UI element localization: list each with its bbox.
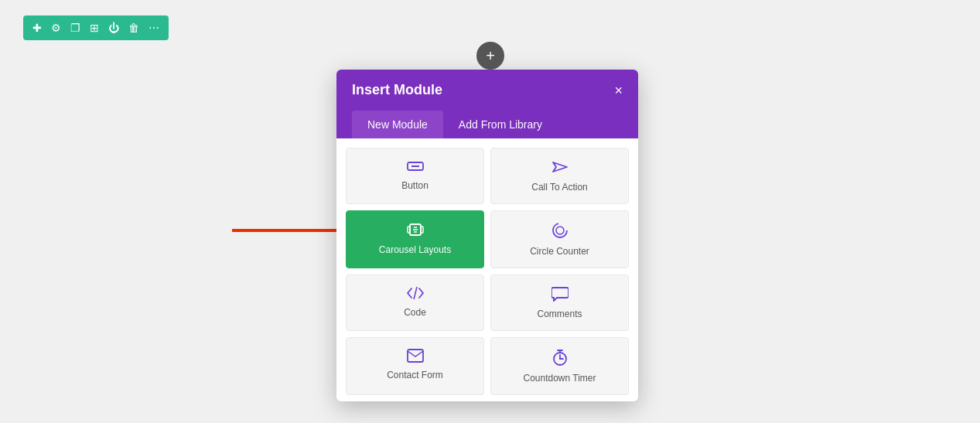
- tab-add-from-library[interactable]: Add From Library: [443, 111, 558, 138]
- carousel-layouts-label: Carousel Layouts: [379, 244, 451, 255]
- close-button[interactable]: ×: [614, 84, 623, 97]
- module-item-contact-form[interactable]: Contact Form: [346, 337, 484, 395]
- countdown-timer-label: Countdown Timer: [523, 373, 596, 384]
- toolbar: ✚ ⚙ ❐ ⊞ ⏻ 🗑 ⋯: [23, 15, 169, 40]
- svg-point-9: [553, 223, 567, 237]
- svg-rect-4: [408, 227, 410, 233]
- circle-counter-label: Circle Counter: [530, 246, 589, 257]
- call-to-action-icon: [551, 159, 569, 177]
- plus-circle-button[interactable]: +: [476, 42, 504, 70]
- countdown-timer-icon: [552, 349, 568, 368]
- button-icon: [407, 159, 424, 176]
- copy-icon[interactable]: ❐: [70, 22, 80, 34]
- code-icon: [406, 286, 425, 302]
- contact-form-label: Contact Form: [387, 370, 443, 380]
- svg-marker-2: [553, 162, 567, 172]
- code-label: Code: [404, 307, 426, 318]
- svg-rect-12: [408, 350, 423, 362]
- module-item-code[interactable]: Code: [346, 275, 484, 331]
- modal-tabs: New Module Add From Library: [336, 111, 638, 138]
- grid-icon[interactable]: ⊞: [90, 22, 99, 34]
- button-label: Button: [401, 180, 429, 191]
- insert-module-modal: Insert Module × New Module Add From Libr…: [336, 70, 638, 401]
- carousel-layouts-icon: [407, 222, 424, 240]
- circle-counter-icon: [551, 222, 569, 241]
- more-icon[interactable]: ⋯: [149, 22, 159, 34]
- arrow-line: [232, 229, 340, 232]
- add-icon[interactable]: ✚: [32, 22, 42, 34]
- module-item-call-to-action[interactable]: Call To Action: [490, 148, 629, 204]
- power-icon[interactable]: ⏻: [108, 22, 119, 34]
- tab-new-module[interactable]: New Module: [352, 111, 443, 138]
- contact-form-icon: [407, 349, 424, 365]
- svg-line-11: [414, 287, 417, 299]
- module-grid: Button Call To Action: [336, 138, 638, 401]
- module-item-countdown-timer[interactable]: Countdown Timer: [490, 337, 629, 395]
- trash-icon[interactable]: 🗑: [128, 22, 139, 34]
- comments-label: Comments: [537, 309, 582, 319]
- call-to-action-label: Call To Action: [531, 182, 588, 193]
- svg-point-10: [556, 227, 564, 234]
- module-item-button[interactable]: Button: [346, 148, 484, 204]
- modal-title: Insert Module: [352, 82, 442, 98]
- module-item-carousel-layouts[interactable]: Carousel Layouts: [346, 210, 484, 268]
- svg-rect-5: [421, 227, 423, 233]
- module-item-comments[interactable]: Comments: [490, 275, 629, 331]
- module-item-circle-counter[interactable]: Circle Counter: [490, 210, 629, 268]
- comments-icon: [551, 286, 569, 304]
- modal-header: Insert Module ×: [336, 70, 638, 111]
- settings-icon[interactable]: ⚙: [51, 22, 61, 34]
